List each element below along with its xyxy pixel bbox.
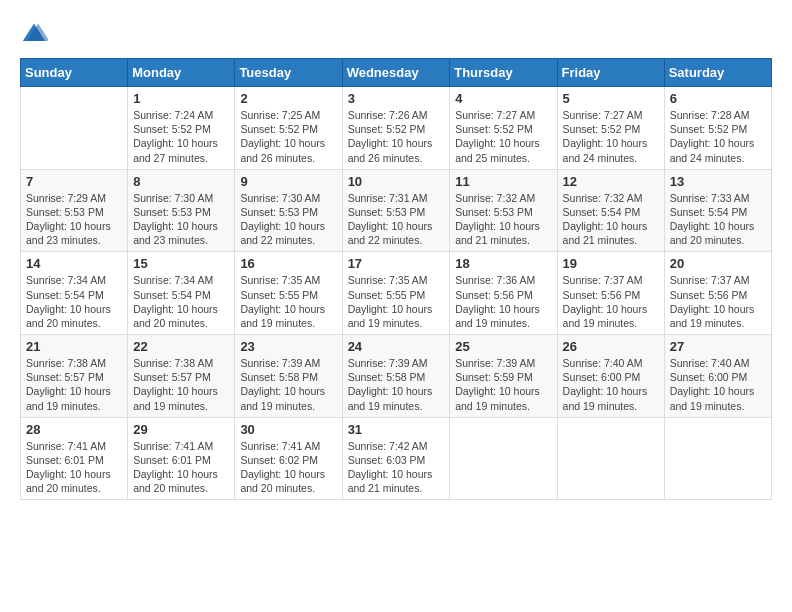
day-info: Sunrise: 7:38 AM Sunset: 5:57 PM Dayligh… [26,356,122,413]
logo-icon [20,20,48,48]
day-number: 20 [670,256,766,271]
day-cell: 21Sunrise: 7:38 AM Sunset: 5:57 PM Dayli… [21,335,128,418]
day-cell: 19Sunrise: 7:37 AM Sunset: 5:56 PM Dayli… [557,252,664,335]
day-cell: 2Sunrise: 7:25 AM Sunset: 5:52 PM Daylig… [235,87,342,170]
day-number: 21 [26,339,122,354]
day-cell: 31Sunrise: 7:42 AM Sunset: 6:03 PM Dayli… [342,417,450,500]
day-cell: 18Sunrise: 7:36 AM Sunset: 5:56 PM Dayli… [450,252,557,335]
page-header [20,20,772,48]
header-cell-friday: Friday [557,59,664,87]
day-cell: 16Sunrise: 7:35 AM Sunset: 5:55 PM Dayli… [235,252,342,335]
day-number: 7 [26,174,122,189]
week-row-4: 21Sunrise: 7:38 AM Sunset: 5:57 PM Dayli… [21,335,772,418]
day-number: 12 [563,174,659,189]
day-number: 19 [563,256,659,271]
day-info: Sunrise: 7:28 AM Sunset: 5:52 PM Dayligh… [670,108,766,165]
logo [20,20,54,48]
day-info: Sunrise: 7:39 AM Sunset: 5:58 PM Dayligh… [240,356,336,413]
header-cell-monday: Monday [128,59,235,87]
day-info: Sunrise: 7:27 AM Sunset: 5:52 PM Dayligh… [563,108,659,165]
day-info: Sunrise: 7:34 AM Sunset: 5:54 PM Dayligh… [133,273,229,330]
week-row-5: 28Sunrise: 7:41 AM Sunset: 6:01 PM Dayli… [21,417,772,500]
day-info: Sunrise: 7:31 AM Sunset: 5:53 PM Dayligh… [348,191,445,248]
day-number: 1 [133,91,229,106]
day-number: 15 [133,256,229,271]
header-cell-saturday: Saturday [664,59,771,87]
day-cell [664,417,771,500]
day-number: 23 [240,339,336,354]
day-cell: 1Sunrise: 7:24 AM Sunset: 5:52 PM Daylig… [128,87,235,170]
header-cell-sunday: Sunday [21,59,128,87]
day-cell: 6Sunrise: 7:28 AM Sunset: 5:52 PM Daylig… [664,87,771,170]
day-info: Sunrise: 7:33 AM Sunset: 5:54 PM Dayligh… [670,191,766,248]
day-cell: 28Sunrise: 7:41 AM Sunset: 6:01 PM Dayli… [21,417,128,500]
day-number: 27 [670,339,766,354]
day-number: 29 [133,422,229,437]
day-info: Sunrise: 7:24 AM Sunset: 5:52 PM Dayligh… [133,108,229,165]
day-number: 22 [133,339,229,354]
day-number: 6 [670,91,766,106]
day-cell: 5Sunrise: 7:27 AM Sunset: 5:52 PM Daylig… [557,87,664,170]
day-number: 11 [455,174,551,189]
day-number: 16 [240,256,336,271]
day-info: Sunrise: 7:37 AM Sunset: 5:56 PM Dayligh… [670,273,766,330]
day-number: 13 [670,174,766,189]
day-number: 25 [455,339,551,354]
day-info: Sunrise: 7:35 AM Sunset: 5:55 PM Dayligh… [240,273,336,330]
day-cell: 23Sunrise: 7:39 AM Sunset: 5:58 PM Dayli… [235,335,342,418]
day-cell: 13Sunrise: 7:33 AM Sunset: 5:54 PM Dayli… [664,169,771,252]
day-info: Sunrise: 7:41 AM Sunset: 6:02 PM Dayligh… [240,439,336,496]
day-info: Sunrise: 7:39 AM Sunset: 5:59 PM Dayligh… [455,356,551,413]
day-number: 14 [26,256,122,271]
day-info: Sunrise: 7:41 AM Sunset: 6:01 PM Dayligh… [26,439,122,496]
calendar-table: SundayMondayTuesdayWednesdayThursdayFrid… [20,58,772,500]
day-number: 9 [240,174,336,189]
day-cell: 7Sunrise: 7:29 AM Sunset: 5:53 PM Daylig… [21,169,128,252]
day-cell: 22Sunrise: 7:38 AM Sunset: 5:57 PM Dayli… [128,335,235,418]
day-cell [21,87,128,170]
day-info: Sunrise: 7:36 AM Sunset: 5:56 PM Dayligh… [455,273,551,330]
day-number: 8 [133,174,229,189]
day-cell: 20Sunrise: 7:37 AM Sunset: 5:56 PM Dayli… [664,252,771,335]
day-cell: 3Sunrise: 7:26 AM Sunset: 5:52 PM Daylig… [342,87,450,170]
day-number: 28 [26,422,122,437]
day-number: 26 [563,339,659,354]
day-number: 30 [240,422,336,437]
day-cell: 24Sunrise: 7:39 AM Sunset: 5:58 PM Dayli… [342,335,450,418]
calendar-body: 1Sunrise: 7:24 AM Sunset: 5:52 PM Daylig… [21,87,772,500]
calendar-header-row: SundayMondayTuesdayWednesdayThursdayFrid… [21,59,772,87]
header-cell-wednesday: Wednesday [342,59,450,87]
day-cell: 25Sunrise: 7:39 AM Sunset: 5:59 PM Dayli… [450,335,557,418]
day-info: Sunrise: 7:30 AM Sunset: 5:53 PM Dayligh… [240,191,336,248]
day-cell: 12Sunrise: 7:32 AM Sunset: 5:54 PM Dayli… [557,169,664,252]
day-info: Sunrise: 7:29 AM Sunset: 5:53 PM Dayligh… [26,191,122,248]
day-cell: 17Sunrise: 7:35 AM Sunset: 5:55 PM Dayli… [342,252,450,335]
header-cell-thursday: Thursday [450,59,557,87]
day-cell [557,417,664,500]
day-cell: 4Sunrise: 7:27 AM Sunset: 5:52 PM Daylig… [450,87,557,170]
day-info: Sunrise: 7:32 AM Sunset: 5:54 PM Dayligh… [563,191,659,248]
day-info: Sunrise: 7:37 AM Sunset: 5:56 PM Dayligh… [563,273,659,330]
day-number: 10 [348,174,445,189]
day-number: 17 [348,256,445,271]
day-info: Sunrise: 7:41 AM Sunset: 6:01 PM Dayligh… [133,439,229,496]
day-info: Sunrise: 7:25 AM Sunset: 5:52 PM Dayligh… [240,108,336,165]
day-info: Sunrise: 7:39 AM Sunset: 5:58 PM Dayligh… [348,356,445,413]
day-number: 2 [240,91,336,106]
week-row-1: 1Sunrise: 7:24 AM Sunset: 5:52 PM Daylig… [21,87,772,170]
day-number: 24 [348,339,445,354]
day-cell: 27Sunrise: 7:40 AM Sunset: 6:00 PM Dayli… [664,335,771,418]
day-cell: 26Sunrise: 7:40 AM Sunset: 6:00 PM Dayli… [557,335,664,418]
day-info: Sunrise: 7:40 AM Sunset: 6:00 PM Dayligh… [563,356,659,413]
day-cell: 10Sunrise: 7:31 AM Sunset: 5:53 PM Dayli… [342,169,450,252]
day-info: Sunrise: 7:26 AM Sunset: 5:52 PM Dayligh… [348,108,445,165]
day-info: Sunrise: 7:30 AM Sunset: 5:53 PM Dayligh… [133,191,229,248]
day-info: Sunrise: 7:27 AM Sunset: 5:52 PM Dayligh… [455,108,551,165]
day-number: 3 [348,91,445,106]
day-info: Sunrise: 7:32 AM Sunset: 5:53 PM Dayligh… [455,191,551,248]
day-number: 4 [455,91,551,106]
day-info: Sunrise: 7:42 AM Sunset: 6:03 PM Dayligh… [348,439,445,496]
day-cell: 29Sunrise: 7:41 AM Sunset: 6:01 PM Dayli… [128,417,235,500]
day-cell: 11Sunrise: 7:32 AM Sunset: 5:53 PM Dayli… [450,169,557,252]
week-row-2: 7Sunrise: 7:29 AM Sunset: 5:53 PM Daylig… [21,169,772,252]
